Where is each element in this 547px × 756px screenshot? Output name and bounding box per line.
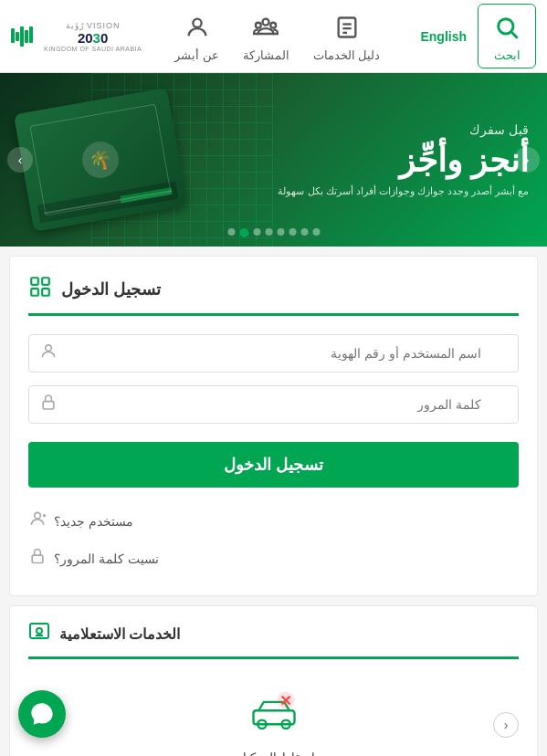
forgot-password-label: نسيت كلمة المرور؟ (54, 551, 159, 566)
login-icon (28, 275, 52, 304)
vision-text: VISION رُؤية (66, 21, 121, 30)
header-nav: دليل الخدمات المشاركة (163, 5, 391, 68)
dot-7-active[interactable] (239, 228, 248, 237)
password-input[interactable] (28, 385, 519, 424)
new-user-label: مستخدم جديد؟ (54, 514, 133, 529)
participation-label: المشاركة (243, 48, 289, 62)
banner-subtitle: قبل سفرك (278, 122, 529, 137)
saudi-bars-icon (11, 26, 33, 47)
svg-rect-12 (31, 289, 38, 296)
login-title: تسجيل الدخول (61, 279, 161, 299)
services-section: الخدمات الاستعلامية ‹ (9, 605, 538, 756)
nav-item-services-guide[interactable]: دليل الخدمات (302, 5, 392, 68)
header: ابحث English دليل الخدمات (0, 0, 547, 73)
nav-item-about[interactable]: عن أبشر (163, 5, 230, 68)
svg-rect-15 (43, 402, 54, 409)
service-card-vehicle-drop[interactable]: إسقاط المركبات (214, 674, 333, 756)
svg-rect-13 (42, 289, 49, 296)
username-group (28, 334, 519, 373)
services-carousel: ‹ إسقاط ا (28, 674, 519, 756)
svg-line-1 (511, 32, 517, 37)
svg-point-16 (35, 512, 41, 519)
services-header: الخدمات الاستعلامية (28, 621, 519, 659)
services-search-icon (28, 621, 50, 647)
password-group (28, 385, 519, 424)
svg-point-21 (37, 628, 42, 634)
svg-rect-11 (42, 278, 49, 285)
svg-rect-19 (32, 555, 43, 562)
dot-8[interactable] (227, 228, 235, 236)
banner-next-arrow[interactable]: › (7, 147, 33, 173)
dot-4[interactable] (277, 228, 284, 236)
dot-1[interactable] (312, 228, 320, 236)
svg-point-7 (256, 23, 261, 28)
search-icon (489, 10, 524, 45)
participation-icon (248, 10, 283, 45)
vision-year: 2030 (78, 30, 108, 46)
lock-icon (39, 394, 58, 416)
about-label: عن أبشر (174, 48, 219, 62)
dot-3[interactable] (289, 228, 296, 236)
login-button[interactable]: تسجيل الدخول (28, 442, 519, 488)
svg-rect-10 (31, 278, 38, 285)
svg-point-6 (263, 19, 269, 26)
nav-item-participation[interactable]: المشاركة (232, 5, 300, 68)
vision-logo: VISION رُؤية 2030 KINGDOM OF SAUDI ARABI… (44, 21, 142, 52)
banner: 🌴 قبل سفرك أنجز وأجِّز مع أبشر أصدر وجدد… (0, 73, 547, 247)
logo-area: VISION رُؤية 2030 KINGDOM OF SAUDI ARABI… (11, 21, 142, 52)
svg-rect-23 (253, 710, 294, 724)
about-icon (180, 10, 215, 45)
vision-sub: KINGDOM OF SAUDI ARABIA (44, 46, 142, 52)
dot-2[interactable] (300, 228, 308, 236)
svg-point-8 (271, 23, 277, 28)
vehicle-drop-label: إسقاط المركبات (232, 751, 315, 756)
carousel-prev-arrow[interactable]: ‹ (493, 712, 519, 738)
forgot-lock-icon (28, 547, 47, 570)
book-icon (330, 10, 364, 45)
banner-description: مع أبشر أصدر وجدد جوازك وجوازات أفراد أس… (278, 185, 529, 197)
english-button[interactable]: English (413, 26, 474, 47)
search-label: ابحث (494, 48, 521, 62)
new-user-icon (28, 509, 47, 532)
login-header: تسجيل الدخول (28, 275, 519, 316)
svg-point-9 (193, 19, 201, 27)
dot-6[interactable] (253, 228, 260, 236)
svg-point-0 (499, 19, 513, 34)
username-input[interactable] (28, 334, 519, 373)
svg-point-14 (46, 345, 52, 352)
login-section: تسجيل الدخول تسجيل الدخول (9, 256, 538, 596)
nav-item-search[interactable]: ابحث (478, 4, 536, 68)
service-items: إسقاط المركبات (63, 674, 484, 756)
form-links: مستخدم جديد؟ نسيت كلمة المرور؟ (28, 502, 519, 577)
services-guide-label: دليل الخدمات (313, 48, 381, 62)
vehicle-drop-icon (245, 685, 303, 743)
banner-arrows: ‹ › (0, 147, 547, 173)
new-user-link[interactable]: مستخدم جديد؟ (28, 502, 519, 540)
services-title: الخدمات الاستعلامية (59, 625, 180, 643)
dot-5[interactable] (265, 228, 272, 236)
user-icon (39, 342, 58, 365)
header-right: ابحث English (413, 4, 536, 68)
chat-bubble[interactable] (18, 690, 66, 738)
banner-dots (227, 228, 320, 237)
forgot-password-link[interactable]: نسيت كلمة المرور؟ (28, 540, 519, 577)
banner-prev-arrow[interactable]: ‹ (514, 147, 540, 173)
